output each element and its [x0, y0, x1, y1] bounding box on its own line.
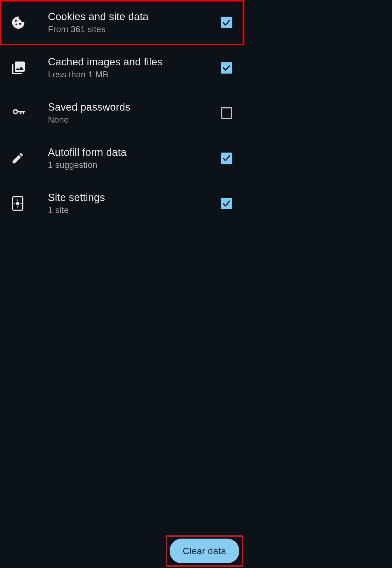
- cookie-icon: [11, 15, 37, 30]
- option-checkbox[interactable]: [221, 17, 232, 28]
- clear-data-button-highlight: Clear data: [166, 535, 243, 567]
- option-checkbox[interactable]: [221, 198, 232, 209]
- option-text: Site settings 1 site: [48, 192, 206, 215]
- site-settings-icon: [11, 195, 37, 212]
- option-autofill[interactable]: Autofill form data 1 suggestion: [0, 136, 244, 181]
- option-title: Saved passwords: [48, 101, 206, 113]
- option-subtitle: None: [48, 115, 206, 125]
- key-icon: [11, 105, 37, 121]
- option-text: Autofill form data 1 suggestion: [48, 147, 206, 170]
- option-checkbox[interactable]: [221, 107, 232, 119]
- option-title: Autofill form data: [48, 147, 206, 158]
- svg-point-1: [16, 202, 19, 205]
- option-subtitle: 1 suggestion: [48, 160, 206, 170]
- images-icon: [11, 60, 37, 75]
- option-site-settings[interactable]: Site settings 1 site: [0, 181, 244, 226]
- option-title: Site settings: [48, 192, 206, 203]
- option-saved-passwords[interactable]: Saved passwords None: [0, 90, 244, 136]
- option-checkbox[interactable]: [221, 153, 232, 164]
- option-subtitle: From 361 sites: [48, 24, 206, 34]
- pencil-icon: [11, 151, 37, 165]
- option-text: Saved passwords None: [48, 101, 206, 125]
- option-title: Cookies and site data: [48, 11, 206, 23]
- option-cached-images[interactable]: Cached images and files Less than 1 MB: [0, 45, 244, 90]
- option-text: Cookies and site data From 361 sites: [48, 11, 206, 34]
- clear-data-button[interactable]: Clear data: [170, 539, 239, 563]
- option-subtitle: Less than 1 MB: [48, 69, 206, 80]
- option-cookies[interactable]: Cookies and site data From 361 sites: [0, 0, 244, 45]
- option-checkbox[interactable]: [221, 62, 232, 74]
- option-subtitle: 1 site: [48, 205, 206, 215]
- option-title: Cached images and files: [48, 56, 206, 68]
- option-text: Cached images and files Less than 1 MB: [48, 56, 206, 80]
- clear-data-options-list: Cookies and site data From 361 sites Cac…: [0, 0, 244, 226]
